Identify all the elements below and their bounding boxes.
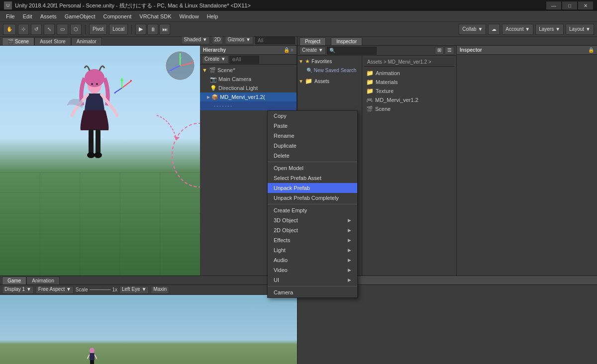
ctx-open-model[interactable]: Open Model: [268, 163, 357, 173]
svg-text:Z: Z: [168, 69, 170, 74]
hierarchy-title: Hierarchy: [203, 47, 226, 53]
project-search-input[interactable]: [327, 47, 377, 55]
maximize-button[interactable]: □: [562, 1, 577, 9]
game-view: [0, 295, 297, 364]
hierarchy-item-mdmervi-child[interactable]: - - - - - - -: [200, 101, 297, 110]
minimize-button[interactable]: —: [546, 1, 561, 9]
ctx-delete[interactable]: Delete: [268, 151, 357, 161]
tab-inspector[interactable]: Inspector: [331, 37, 362, 45]
local-button[interactable]: Local: [109, 24, 128, 35]
menu-file[interactable]: File: [2, 12, 19, 20]
account-dropdown[interactable]: Account ▼: [502, 24, 533, 35]
pivot-button[interactable]: Pivot: [89, 24, 107, 35]
tab-animation[interactable]: Animation: [26, 276, 59, 284]
project-create-button[interactable]: Create ▼: [299, 47, 326, 55]
game-eye-dropdown[interactable]: Left Eye ▼: [119, 286, 149, 294]
hierarchy-create-button[interactable]: Create ▼: [202, 56, 228, 64]
tab-scene[interactable]: 🎬 Scene: [2, 37, 34, 45]
menu-vrchat-sdk[interactable]: VRChat SDK: [135, 12, 175, 20]
project-assets-folder[interactable]: ▼ 📁 Assets: [298, 77, 362, 86]
move-tool-button[interactable]: ⊹: [18, 24, 29, 35]
cloud-button[interactable]: ☁: [488, 24, 500, 35]
ctx-select-prefab-asset[interactable]: Select Prefab Asset: [268, 173, 357, 183]
ctx-audio[interactable]: Audio ▶: [268, 255, 357, 265]
app-icon: U: [4, 1, 12, 9]
svg-point-15: [94, 152, 102, 158]
svg-line-16: [122, 81, 132, 88]
menu-edit[interactable]: Edit: [19, 12, 36, 20]
pause-button[interactable]: ⏸: [147, 24, 158, 35]
ctx-duplicate[interactable]: Duplicate: [268, 141, 357, 151]
rotate-tool-button[interactable]: ↺: [31, 24, 42, 35]
hierarchy-item-mdmervi[interactable]: ▶ 📦 MD_Mervi_ver1.2(: [200, 92, 297, 101]
ctx-sep-1: [268, 162, 357, 162]
tab-asset-store[interactable]: Asset Store: [34, 37, 71, 45]
ctx-3d-object[interactable]: 3D Object ▶: [268, 215, 357, 225]
scene-search-input[interactable]: [255, 36, 295, 44]
tab-project[interactable]: Project: [299, 37, 326, 45]
collab-button[interactable]: Collab ▼: [459, 24, 486, 35]
ctx-rename[interactable]: Rename: [268, 131, 357, 141]
svg-text:Y: Y: [179, 56, 182, 61]
menu-window[interactable]: Window: [176, 12, 203, 20]
project-favorites-folder[interactable]: ▼ ★ Favorites: [298, 57, 362, 66]
menu-assets[interactable]: Assets: [36, 12, 61, 20]
svg-line-33: [95, 355, 97, 359]
menu-gameobject[interactable]: GameObject: [61, 12, 100, 20]
asset-animation-folder[interactable]: 📁 Animation: [364, 69, 454, 78]
main-toolbar: ✋ ⊹ ↺ ⤡ ▭ ⬡ Pivot Local ▶ ⏸ ⏭ Collab ▼ ☁…: [0, 22, 597, 37]
hierarchy-item-scene[interactable]: ▼ 🎬 Scene*: [200, 66, 297, 75]
asset-scene-item[interactable]: 🎬 Scene: [364, 104, 454, 113]
tab-animator[interactable]: Animator: [71, 37, 102, 45]
step-button[interactable]: ⏭: [159, 24, 170, 35]
transform-tool-button[interactable]: ⬡: [70, 24, 82, 35]
ctx-2d-object[interactable]: 2D Object ▶: [268, 225, 357, 235]
inspector-lock-icon[interactable]: 🔒: [588, 47, 594, 53]
asset-texture-folder[interactable]: 📁 Texture: [364, 87, 454, 95]
hierarchy-more-icon[interactable]: ≡: [291, 47, 294, 53]
svg-point-30: [90, 348, 95, 354]
game-maximize-button[interactable]: Maxin: [151, 286, 169, 294]
hierarchy-item-maincamera[interactable]: 📷 Main Camera: [200, 75, 297, 84]
menu-help[interactable]: Help: [203, 12, 222, 20]
game-toolbar: Display 1 ▼ Free Aspect ▼ Scale ────── 1…: [0, 285, 297, 295]
ctx-light[interactable]: Light ▶: [268, 245, 357, 255]
ctx-video[interactable]: Video ▶: [268, 265, 357, 275]
project-list-view[interactable]: ☰: [445, 47, 454, 55]
ctx-camera[interactable]: Camera: [268, 287, 357, 297]
svg-point-9: [85, 69, 104, 87]
svg-marker-20: [120, 78, 123, 81]
project-icons-view[interactable]: ⊞: [435, 47, 444, 55]
layout-dropdown[interactable]: Layout ▼: [566, 24, 594, 35]
game-display-dropdown[interactable]: Display 1 ▼: [2, 286, 34, 294]
ctx-effects[interactable]: Effects ▶: [268, 235, 357, 245]
scene-2d-button[interactable]: 2D: [212, 36, 223, 44]
hierarchy-item-directionallight[interactable]: 💡 Directional Light: [200, 84, 297, 92]
hierarchy-lock-icon[interactable]: 🔒: [284, 47, 290, 53]
asset-mdmervi-item[interactable]: 🎮 MD_Mervi_ver1.2: [364, 95, 454, 104]
asset-materials-folder[interactable]: 📁 Materials: [364, 78, 454, 87]
play-button[interactable]: ▶: [135, 24, 146, 35]
scene-gizmos-button[interactable]: Gizmos ▼: [225, 36, 253, 44]
scale-tool-button[interactable]: ⤡: [44, 24, 55, 35]
menu-component[interactable]: Component: [99, 12, 135, 20]
svg-point-10: [91, 83, 93, 85]
close-button[interactable]: ✕: [578, 1, 593, 9]
ctx-ui[interactable]: UI ▶: [268, 275, 357, 285]
tab-game[interactable]: Game: [2, 276, 26, 284]
ctx-create-empty[interactable]: Create Empty: [268, 205, 357, 215]
window-controls: — □ ✕: [546, 1, 593, 9]
project-saved-search[interactable]: 🔍 New Saved Search: [298, 66, 362, 75]
layers-dropdown[interactable]: Layers ▼: [535, 24, 564, 35]
ctx-paste[interactable]: Paste: [268, 121, 357, 131]
ctx-copy[interactable]: Copy: [268, 111, 357, 121]
ctx-unpack-prefab[interactable]: Unpack Prefab: [268, 183, 357, 193]
hand-tool-button[interactable]: ✋: [3, 24, 16, 35]
rect-tool-button[interactable]: ▭: [57, 24, 68, 35]
svg-marker-29: [174, 136, 180, 140]
game-aspect-dropdown[interactable]: Free Aspect ▼: [36, 286, 74, 294]
hierarchy-search-input[interactable]: [229, 56, 259, 64]
inspector-panel: Inspector 🔒: [457, 46, 597, 275]
ctx-unpack-prefab-completely[interactable]: Unpack Prefab Completely: [268, 193, 357, 203]
scene-shaded-dropdown[interactable]: Shaded ▼: [181, 36, 209, 44]
